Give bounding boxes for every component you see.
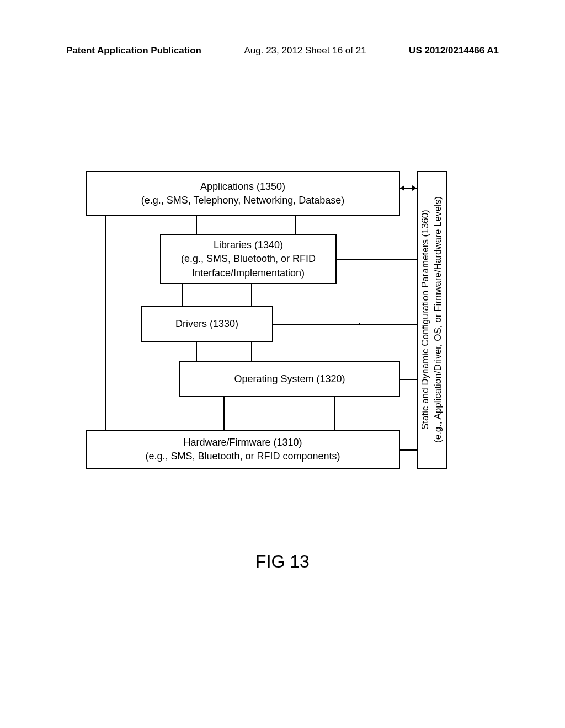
arrow-app-params-left: [400, 185, 404, 191]
box-drivers: Drivers (1330): [141, 306, 273, 342]
header-date-sheet: Aug. 23, 2012 Sheet 16 of 21: [244, 45, 366, 56]
drivers-title: Drivers (1330): [175, 317, 238, 331]
connector-app-lib-left: [196, 216, 197, 234]
figure-label: FIG 13: [0, 552, 565, 572]
header-publication: Patent Application Publication: [66, 45, 201, 56]
params-desc: (e.g., Application/Driver, OS, or Firmwa…: [432, 197, 444, 443]
tick-lib-params: [359, 323, 360, 325]
header-patent-number: US 2012/0214466 A1: [409, 45, 499, 56]
connector-lib-drv-right: [251, 284, 252, 306]
connector-left-vertical: [105, 216, 106, 430]
connector-hw-params: [400, 449, 417, 451]
connector-os-hw-left: [223, 397, 225, 430]
arrow-app-params-right: [412, 185, 417, 191]
hardware-title: Hardware/Firmware (1310): [183, 436, 302, 449]
box-libraries: Libraries (1340) (e.g., SMS, Bluetooth, …: [160, 234, 337, 284]
diagram: Applications (1350) (e.g., SMS, Telephon…: [86, 171, 483, 480]
connector-os-hw-right: [334, 397, 335, 430]
box-operating-system: Operating System (1320): [179, 361, 400, 397]
params-title: Static and Dynamic Configuration Paramet…: [419, 210, 431, 430]
libraries-desc-1: (e.g., SMS, Bluetooth, or RFID: [181, 252, 316, 266]
applications-title: Applications (1350): [200, 180, 285, 194]
applications-desc: (e.g., SMS, Telephony, Networking, Datab…: [141, 194, 345, 207]
connector-app-lib-right: [295, 216, 296, 234]
connector-drv-os-right: [251, 342, 252, 361]
connector-lib-drv-left: [182, 284, 183, 306]
hardware-desc: (e.g., SMS, Bluetooth, or RFID component…: [145, 449, 340, 463]
box-hardware: Hardware/Firmware (1310) (e.g., SMS, Blu…: [86, 430, 400, 469]
box-applications: Applications (1350) (e.g., SMS, Telephon…: [86, 171, 400, 216]
connector-lib-params: [337, 259, 417, 260]
connector-drv-params: [273, 324, 417, 325]
libraries-desc-2: Interface/Implementation): [192, 266, 305, 280]
box-config-params: Static and Dynamic Configuration Paramet…: [417, 171, 447, 469]
connector-os-params: [400, 379, 417, 380]
connector-drv-os-left: [196, 342, 197, 361]
os-title: Operating System (1320): [234, 372, 345, 386]
page-header: Patent Application Publication Aug. 23, …: [0, 45, 565, 56]
libraries-title: Libraries (1340): [214, 238, 283, 252]
